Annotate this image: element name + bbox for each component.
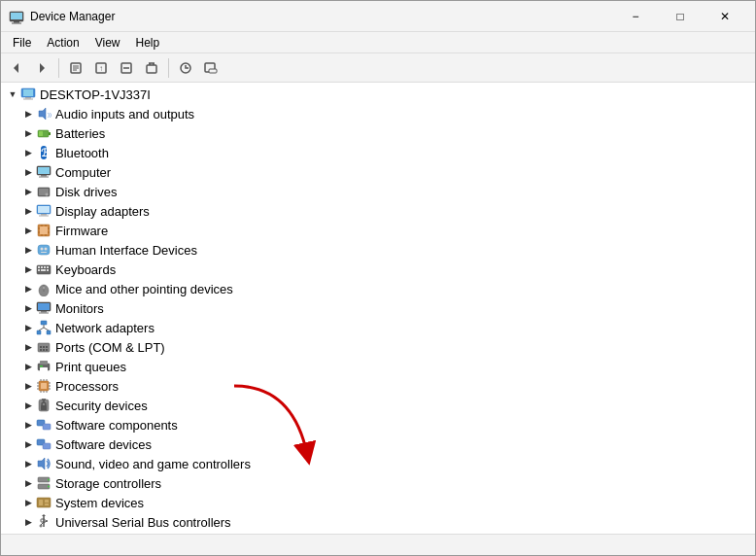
svg-line-77 bbox=[44, 328, 49, 330]
menu-help[interactable]: Help bbox=[128, 32, 168, 52]
svg-rect-58 bbox=[38, 266, 40, 268]
tree-item-network[interactable]: ▶ Network adapters bbox=[1, 318, 755, 337]
forward-button[interactable] bbox=[30, 56, 53, 80]
tree-item-processors[interactable]: ▶ bbox=[1, 376, 755, 396]
tree-item-audio[interactable]: ▶ )) Audio inputs and outputs bbox=[1, 104, 755, 123]
svg-rect-42 bbox=[39, 216, 49, 217]
svg-marker-25 bbox=[39, 108, 46, 120]
keyboards-chevron: ▶ bbox=[20, 261, 36, 277]
svg-point-67 bbox=[43, 287, 46, 290]
svg-marker-123 bbox=[42, 514, 46, 516]
computer-chevron: ▶ bbox=[20, 164, 36, 180]
keyboards-icon bbox=[36, 261, 52, 277]
tree-item-security[interactable]: ▶ Security devices bbox=[1, 396, 755, 415]
tree-item-hid[interactable]: ▶ Human Interface Devices bbox=[1, 240, 755, 260]
svg-rect-86 bbox=[40, 361, 48, 365]
firmware-chevron: ▶ bbox=[20, 223, 36, 238]
svg-rect-71 bbox=[39, 313, 49, 314]
svg-rect-40 bbox=[38, 206, 50, 213]
svg-rect-64 bbox=[47, 269, 49, 271]
audio-icon: )) bbox=[36, 106, 52, 122]
maximize-button[interactable]: □ bbox=[658, 1, 703, 32]
tree-item-batteries[interactable]: ▶ Batteries bbox=[1, 123, 755, 143]
tree-item-bluetooth[interactable]: ▶ ℬ Bluetooth bbox=[1, 143, 755, 162]
menu-bar: File Action View Help bbox=[1, 32, 755, 53]
storage-label: Storage controllers bbox=[55, 476, 161, 491]
firmware-icon bbox=[36, 223, 52, 238]
scan-button[interactable] bbox=[174, 56, 197, 80]
svg-point-84 bbox=[46, 349, 48, 351]
svg-rect-29 bbox=[39, 131, 43, 136]
system-label: System devices bbox=[55, 496, 144, 510]
svg-marker-4 bbox=[14, 63, 18, 73]
tree-item-sound[interactable]: ▶ Sound, video and game controllers bbox=[1, 454, 755, 473]
usb-label: Universal Serial Bus controllers bbox=[55, 515, 231, 530]
status-bar bbox=[1, 534, 755, 555]
svg-line-76 bbox=[39, 328, 44, 330]
svg-rect-28 bbox=[49, 132, 51, 135]
svg-point-80 bbox=[43, 346, 45, 348]
svg-rect-20 bbox=[209, 69, 217, 73]
firmware-label: Firmware bbox=[55, 224, 108, 238]
tree-item-mice[interactable]: ▶ Mice and other pointing devices bbox=[1, 279, 755, 298]
tree-item-computer[interactable]: ▶ Computer bbox=[1, 162, 755, 182]
svg-rect-119 bbox=[39, 500, 43, 505]
svg-point-128 bbox=[46, 520, 48, 522]
tree-item-usb-conn[interactable]: ▶ USB Connector Managers bbox=[1, 532, 755, 534]
disable-button[interactable] bbox=[115, 56, 138, 80]
close-button[interactable]: ✕ bbox=[703, 1, 747, 32]
tree-item-firmware[interactable]: ▶ Firmware bbox=[1, 221, 755, 240]
properties-button[interactable] bbox=[64, 56, 87, 80]
tree-item-print[interactable]: ▶ Print queues bbox=[1, 357, 755, 376]
svg-rect-41 bbox=[41, 214, 47, 216]
svg-rect-1 bbox=[11, 13, 22, 19]
tree-item-disk[interactable]: ▶ Disk drives bbox=[1, 182, 755, 201]
uninstall-button[interactable] bbox=[140, 56, 163, 80]
audio-chevron: ▶ bbox=[20, 106, 36, 122]
svg-point-82 bbox=[40, 349, 42, 351]
monitors-chevron: ▶ bbox=[20, 300, 36, 316]
computer-item-label: Computer bbox=[55, 165, 111, 180]
svg-point-127 bbox=[40, 525, 42, 527]
menu-action[interactable]: Action bbox=[39, 32, 86, 52]
tree-item-sw-components[interactable]: ▶ Software components bbox=[1, 415, 755, 434]
svg-text:ℬ: ℬ bbox=[41, 147, 50, 158]
svg-rect-2 bbox=[14, 21, 19, 23]
menu-view[interactable]: View bbox=[87, 32, 128, 52]
svg-text:)): )) bbox=[48, 112, 52, 118]
sw-components-chevron: ▶ bbox=[20, 417, 36, 433]
tree-item-sw-devices[interactable]: ▶ Software devices bbox=[1, 434, 755, 454]
svg-rect-22 bbox=[23, 89, 33, 96]
svg-rect-88 bbox=[40, 365, 43, 367]
toolbar-separator-2 bbox=[168, 58, 169, 78]
svg-marker-112 bbox=[38, 458, 45, 469]
minimize-button[interactable]: − bbox=[613, 1, 658, 32]
svg-rect-90 bbox=[41, 383, 47, 389]
help-toolbar-button[interactable] bbox=[199, 56, 223, 80]
tree-item-system[interactable]: ▶ System devices bbox=[1, 493, 755, 512]
menu-file[interactable]: File bbox=[5, 32, 39, 52]
svg-rect-34 bbox=[41, 175, 47, 177]
update-driver-button[interactable]: ↑ bbox=[89, 56, 113, 80]
mice-label: Mice and other pointing devices bbox=[55, 282, 233, 296]
storage-chevron: ▶ bbox=[20, 475, 36, 491]
svg-point-38 bbox=[46, 193, 49, 196]
tree-root[interactable]: ▼ DESKTOP-1VJ337I bbox=[1, 85, 755, 104]
svg-rect-35 bbox=[39, 177, 49, 178]
sound-chevron: ▶ bbox=[20, 456, 36, 471]
tree-item-ports[interactable]: ▶ Ports (COM & LPT) bbox=[1, 337, 755, 357]
title-bar: Device Manager − □ ✕ bbox=[1, 1, 755, 32]
tree-item-monitors[interactable]: ▶ Monitors bbox=[1, 298, 755, 318]
tree-item-usb[interactable]: ▶ Universal Serial Bus controllers bbox=[1, 512, 755, 532]
network-icon bbox=[36, 320, 52, 335]
tree-item-keyboards[interactable]: ▶ Keyboards bbox=[1, 260, 755, 279]
back-button[interactable] bbox=[5, 56, 28, 80]
svg-rect-23 bbox=[25, 97, 31, 99]
monitors-icon bbox=[36, 300, 52, 316]
tree-item-storage[interactable]: ▶ Storage controllers bbox=[1, 473, 755, 493]
svg-rect-111 bbox=[43, 443, 51, 449]
toolbar: ↑ bbox=[1, 53, 755, 83]
tree-item-display[interactable]: ▶ Display adapters bbox=[1, 201, 755, 221]
svg-rect-87 bbox=[40, 367, 48, 371]
svg-rect-59 bbox=[41, 266, 43, 268]
